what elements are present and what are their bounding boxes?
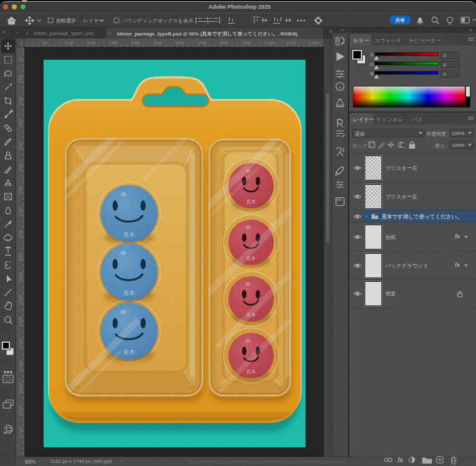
svg-text:800: 800 [222, 41, 229, 45]
svg-text:800: 800 [19, 230, 22, 236]
svg-text:0: 0 [45, 41, 47, 45]
svg-text:0: 0 [19, 57, 22, 59]
svg-text:1400: 1400 [19, 360, 22, 369]
svg-text:400: 400 [19, 141, 22, 147]
svg-text:1200: 1200 [311, 41, 320, 45]
svg-text:900: 900 [245, 41, 251, 45]
svg-text:500: 500 [19, 163, 22, 170]
svg-text:1100: 1100 [289, 41, 297, 45]
svg-text:1000: 1000 [266, 41, 275, 45]
svg-text:700: 700 [200, 41, 207, 45]
svg-text:1100: 1100 [19, 294, 22, 303]
svg-text:600: 600 [19, 185, 22, 192]
svg-text:300: 300 [111, 41, 118, 45]
svg-text:900: 900 [19, 252, 22, 259]
svg-text:1000: 1000 [19, 272, 22, 281]
svg-text:1200: 1200 [19, 316, 22, 325]
svg-text:700: 700 [19, 207, 22, 214]
svg-text:100: 100 [19, 74, 22, 81]
svg-text:300: 300 [19, 119, 22, 126]
svg-text:fx: fx [398, 457, 403, 464]
svg-text:1700: 1700 [19, 427, 22, 436]
svg-text:200: 200 [89, 41, 96, 45]
svg-text:100: 100 [67, 41, 74, 45]
svg-text:1300: 1300 [19, 338, 22, 347]
svg-text:500: 500 [156, 41, 162, 45]
svg-text:200: 200 [19, 96, 22, 103]
svg-text:1600: 1600 [19, 405, 22, 414]
svg-text:400: 400 [134, 41, 141, 45]
svg-text:1500: 1500 [19, 383, 22, 391]
svg-text:600: 600 [178, 41, 185, 45]
